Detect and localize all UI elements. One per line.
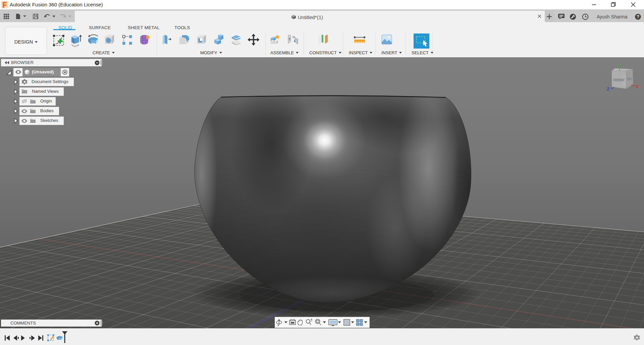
svg-text:X: X <box>635 84 638 89</box>
svg-text:RIGHT: RIGHT <box>627 77 632 81</box>
svg-text:Y: Y <box>618 64 621 69</box>
svg-text:Z: Z <box>607 86 609 91</box>
svg-text:FRONT: FRONT <box>613 78 625 82</box>
svg-text:?: ? <box>637 14 639 19</box>
